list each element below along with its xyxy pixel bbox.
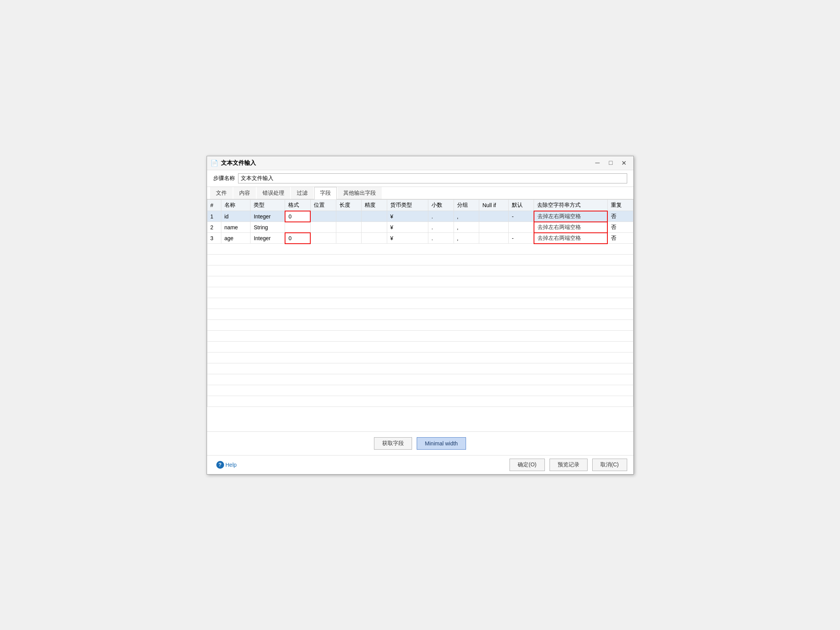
tab-fields[interactable]: 字段 — [314, 187, 337, 199]
cell-nullif — [479, 222, 509, 233]
table-row: 1 id Integer 0 ¥ . , - 去掉左右两端空格 否 — [207, 211, 633, 222]
help-icon: ? — [216, 461, 224, 469]
cell-decimal: . — [428, 233, 454, 244]
cell-format[interactable]: 0 — [285, 233, 311, 244]
table-row-empty — [207, 385, 633, 396]
cell-position — [310, 222, 336, 233]
main-content: # 名称 类型 格式 位置 长度 精度 货币类型 小数 分组 Null if 默… — [207, 199, 633, 455]
cell-default: - — [508, 211, 534, 222]
table-row-empty — [207, 255, 633, 265]
cell-trim: 去掉左右两端空格 — [534, 211, 607, 222]
tab-file[interactable]: 文件 — [210, 187, 233, 199]
table-row-empty — [207, 265, 633, 276]
close-button[interactable]: ✕ — [619, 158, 630, 168]
get-fields-button[interactable]: 获取字段 — [374, 437, 412, 450]
cell-grouping: , — [454, 233, 479, 244]
cell-trim: 去掉左右两端空格 — [534, 222, 607, 233]
tab-content[interactable]: 内容 — [233, 187, 256, 199]
table-row-empty — [207, 331, 633, 342]
help-button[interactable]: ? Help — [213, 459, 240, 470]
cell-repeat: 否 — [607, 222, 633, 233]
table-row-empty — [207, 298, 633, 309]
minimal-width-button[interactable]: Minimal width — [417, 437, 466, 450]
cell-precision — [362, 222, 387, 233]
step-name-input[interactable] — [238, 173, 627, 183]
col-header-precision: 精度 — [362, 199, 387, 211]
col-header-decimal: 小数 — [428, 199, 454, 211]
cell-grouping: , — [454, 211, 479, 222]
cell-nullif — [479, 211, 509, 222]
table-row-empty — [207, 244, 633, 255]
cell-currency: ¥ — [387, 233, 428, 244]
cell-num: 3 — [207, 233, 221, 244]
tab-filter[interactable]: 过滤 — [291, 187, 313, 199]
table-header-row: # 名称 类型 格式 位置 长度 精度 货币类型 小数 分组 Null if 默… — [207, 199, 633, 211]
col-header-length: 长度 — [336, 199, 362, 211]
minimize-button[interactable]: ─ — [592, 158, 603, 168]
cell-grouping: , — [454, 222, 479, 233]
cell-position — [310, 211, 336, 222]
cell-length — [336, 233, 362, 244]
table-row: 2 name String ¥ . , 去掉左右两端空格 否 — [207, 222, 633, 233]
table-row-empty — [207, 374, 633, 385]
col-header-format: 格式 — [285, 199, 311, 211]
table-row-empty — [207, 342, 633, 353]
cell-name: name — [221, 222, 250, 233]
help-label: Help — [226, 462, 237, 468]
table-row-empty — [207, 396, 633, 407]
table-container: # 名称 类型 格式 位置 长度 精度 货币类型 小数 分组 Null if 默… — [207, 199, 633, 431]
title-bar-left: 📄 文本文件输入 — [211, 159, 256, 167]
cell-decimal: . — [428, 222, 454, 233]
title-bar: 📄 文本文件输入 ─ □ ✕ — [207, 156, 633, 170]
cell-currency: ¥ — [387, 211, 428, 222]
cell-num: 1 — [207, 211, 221, 222]
col-header-trim: 去除空字符串方式 — [534, 199, 607, 211]
cell-default — [508, 222, 534, 233]
tab-error[interactable]: 错误处理 — [257, 187, 290, 199]
maximize-button[interactable]: □ — [605, 158, 616, 168]
cell-format[interactable]: 0 — [285, 211, 311, 222]
col-header-name: 名称 — [221, 199, 250, 211]
window-title: 文本文件输入 — [221, 159, 256, 167]
bottom-buttons: 获取字段 Minimal width — [207, 431, 633, 455]
col-header-currency: 货币类型 — [387, 199, 428, 211]
table-row-empty — [207, 363, 633, 374]
table-row-empty — [207, 353, 633, 363]
cell-precision — [362, 211, 387, 222]
cell-name: id — [221, 211, 250, 222]
cell-type: Integer — [250, 233, 285, 244]
window-icon: 📄 — [211, 159, 218, 166]
cell-currency: ¥ — [387, 222, 428, 233]
cell-default: - — [508, 233, 534, 244]
cancel-button[interactable]: 取消(C) — [592, 459, 627, 471]
fields-table: # 名称 类型 格式 位置 长度 精度 货币类型 小数 分组 Null if 默… — [207, 199, 633, 407]
col-header-default: 默认 — [508, 199, 534, 211]
cell-type: String — [250, 222, 285, 233]
table-row-empty — [207, 287, 633, 298]
table-row-empty — [207, 276, 633, 287]
footer-action-buttons: 确定(O) 预览记录 取消(C) — [510, 459, 627, 471]
cell-format — [285, 222, 311, 233]
cell-decimal: . — [428, 211, 454, 222]
footer-row: ? Help 确定(O) 预览记录 取消(C) — [207, 455, 633, 474]
preview-button[interactable]: 预览记录 — [550, 459, 588, 471]
ok-button[interactable]: 确定(O) — [510, 459, 544, 471]
cell-length — [336, 222, 362, 233]
cell-trim: 去掉左右两端空格 — [534, 233, 607, 244]
col-header-num: # — [207, 199, 221, 211]
main-window: 📄 文本文件输入 ─ □ ✕ 步骤名称 文件 内容 错误处理 过滤 字段 其他输… — [207, 156, 634, 475]
table-row: 3 age Integer 0 ¥ . , - 去掉左右两端空格 否 — [207, 233, 633, 244]
cell-precision — [362, 233, 387, 244]
table-row-empty — [207, 309, 633, 320]
cell-nullif — [479, 233, 509, 244]
cell-num: 2 — [207, 222, 221, 233]
step-name-label: 步骤名称 — [213, 175, 235, 182]
tab-other[interactable]: 其他输出字段 — [337, 187, 382, 199]
col-header-nullif: Null if — [479, 199, 509, 211]
cell-name: age — [221, 233, 250, 244]
cell-repeat: 否 — [607, 211, 633, 222]
step-name-row: 步骤名称 — [207, 170, 633, 187]
col-header-repeat: 重复 — [607, 199, 633, 211]
title-controls: ─ □ ✕ — [592, 158, 630, 168]
col-header-position: 位置 — [310, 199, 336, 211]
